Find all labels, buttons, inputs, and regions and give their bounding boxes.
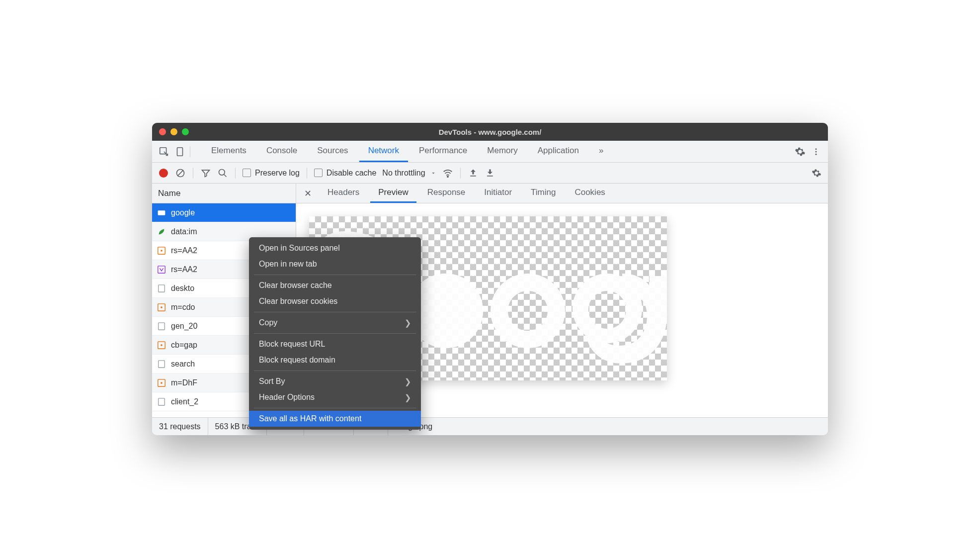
- svg-point-28: [426, 291, 466, 331]
- svg-rect-20: [159, 322, 165, 329]
- menu-item-label: Save all as HAR with content: [259, 414, 361, 423]
- close-detail-icon[interactable]: ✕: [299, 188, 317, 199]
- disable-cache-checkbox[interactable]: Disable cache: [314, 169, 377, 178]
- tab-application[interactable]: Application: [529, 141, 588, 162]
- throttling-select[interactable]: No throttling: [382, 169, 436, 178]
- menu-item[interactable]: Copy❯: [249, 315, 421, 331]
- close-window-button[interactable]: [159, 128, 166, 135]
- menu-separator: [254, 312, 416, 312]
- record-button[interactable]: [158, 168, 169, 179]
- inspect-element-icon[interactable]: [157, 145, 171, 159]
- generic-icon: [157, 360, 166, 369]
- menu-item[interactable]: Open in new tab: [249, 256, 421, 272]
- js-orange-icon: [157, 341, 166, 350]
- detail-tab-timing[interactable]: Timing: [523, 184, 564, 203]
- svg-rect-16: [158, 266, 165, 273]
- tab-network[interactable]: Network: [359, 141, 408, 162]
- svg-rect-11: [487, 176, 493, 177]
- tab-performance[interactable]: Performance: [410, 141, 476, 162]
- menu-item[interactable]: Block request URL: [249, 336, 421, 352]
- svg-rect-10: [470, 176, 476, 177]
- request-row-name: rs=AA2: [171, 246, 197, 255]
- menu-separator: [254, 333, 416, 334]
- download-icon[interactable]: [485, 168, 495, 179]
- menu-item-label: Copy: [259, 318, 277, 327]
- tab-sources[interactable]: Sources: [308, 141, 357, 162]
- request-row-name: search: [171, 360, 195, 369]
- menu-item[interactable]: Sort By❯: [249, 373, 421, 389]
- menu-item[interactable]: Clear browser cookies: [249, 293, 421, 309]
- search-icon[interactable]: [217, 168, 228, 179]
- detail-tab-response[interactable]: Response: [419, 184, 474, 203]
- svg-rect-23: [159, 360, 165, 367]
- request-row-name: data:im: [171, 227, 197, 236]
- sidebar-header-name[interactable]: Name: [152, 184, 296, 203]
- device-toggle-icon[interactable]: [173, 145, 187, 159]
- menu-item[interactable]: Save all as HAR with content: [249, 411, 421, 427]
- request-row-name: m=DhF: [171, 378, 197, 387]
- preserve-log-label: Preserve log: [255, 169, 300, 178]
- detail-tab-initiator[interactable]: Initiator: [476, 184, 520, 203]
- menu-item-label: Block request URL: [259, 340, 325, 349]
- svg-point-2: [816, 148, 817, 150]
- minimize-window-button[interactable]: [170, 128, 177, 135]
- kebab-menu-icon[interactable]: [809, 145, 823, 159]
- svg-point-3: [816, 151, 817, 152]
- svg-point-7: [219, 169, 225, 175]
- request-row-name: rs=AA2: [171, 265, 197, 274]
- devtools-window: DevTools - www.google.com/ Elements Cons…: [152, 123, 828, 435]
- svg-point-9: [447, 176, 448, 177]
- detail-tabs: ✕ Headers Preview Response Initiator Tim…: [296, 184, 828, 203]
- window-titlebar: DevTools - www.google.com/: [152, 123, 828, 141]
- image-file-icon: [157, 208, 166, 217]
- detail-tab-headers[interactable]: Headers: [320, 184, 367, 203]
- disable-cache-label: Disable cache: [327, 169, 377, 178]
- menu-item[interactable]: Clear browser cache: [249, 278, 421, 293]
- svg-line-6: [177, 170, 183, 176]
- svg-point-22: [161, 344, 163, 346]
- request-row[interactable]: google: [152, 203, 296, 222]
- settings-gear-icon[interactable]: [793, 145, 807, 159]
- filter-icon[interactable]: [200, 168, 211, 179]
- request-row-name: cb=gap: [171, 341, 197, 350]
- context-menu: Open in Sources panelOpen in new tabClea…: [249, 237, 421, 430]
- tab-overflow[interactable]: »: [590, 141, 612, 162]
- preserve-log-checkbox[interactable]: Preserve log: [243, 169, 300, 178]
- chevron-down-icon: [430, 170, 436, 176]
- request-row-name: m=cdo: [171, 303, 195, 312]
- svg-rect-17: [159, 284, 165, 291]
- css-purple-icon: [157, 265, 166, 274]
- window-title: DevTools - www.google.com/: [152, 128, 828, 136]
- network-toolbar: Preserve log Disable cache No throttling: [152, 163, 828, 184]
- clear-icon[interactable]: [175, 168, 186, 179]
- menu-item[interactable]: Block request domain: [249, 352, 421, 368]
- tab-console[interactable]: Console: [257, 141, 306, 162]
- detail-tab-cookies[interactable]: Cookies: [567, 184, 613, 203]
- status-requests: 31 requests: [152, 418, 208, 435]
- toolbar-divider: [190, 146, 190, 157]
- generic-icon: [157, 284, 166, 293]
- js-orange-icon: [157, 246, 166, 255]
- tab-elements[interactable]: Elements: [202, 141, 255, 162]
- js-orange-icon: [157, 378, 166, 387]
- menu-item-label: Sort By: [259, 377, 285, 386]
- upload-icon[interactable]: [468, 168, 479, 179]
- tab-memory[interactable]: Memory: [478, 141, 526, 162]
- menu-item[interactable]: Open in Sources panel: [249, 240, 421, 256]
- maximize-window-button[interactable]: [182, 128, 189, 135]
- menu-item-label: Clear browser cookies: [259, 297, 337, 306]
- svg-point-15: [161, 250, 163, 252]
- svg-rect-26: [159, 398, 165, 405]
- svg-rect-13: [158, 210, 165, 215]
- menu-separator: [254, 408, 416, 408]
- menu-item[interactable]: Header Options❯: [249, 389, 421, 405]
- panel-settings-gear-icon[interactable]: [811, 168, 822, 179]
- traffic-lights: [159, 128, 189, 135]
- toolbar-divider: [307, 168, 307, 179]
- detail-tab-preview[interactable]: Preview: [370, 184, 416, 203]
- toolbar-divider: [235, 168, 236, 179]
- chevron-right-icon: ❯: [405, 393, 411, 402]
- request-row-name: client_2: [171, 397, 198, 406]
- network-conditions-icon[interactable]: [442, 168, 453, 179]
- svg-point-19: [161, 306, 163, 308]
